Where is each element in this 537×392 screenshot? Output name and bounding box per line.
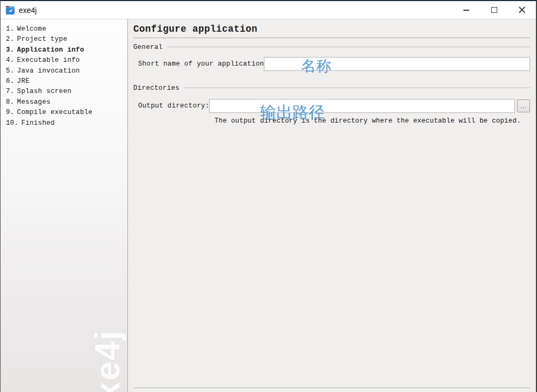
step-label: Compile executable [17,109,92,116]
maximize-button[interactable] [480,1,508,19]
sidebar-item-jre[interactable]: 6.JRE [6,76,127,87]
window-controls: × [452,1,536,19]
step-label: Welcome [17,25,47,33]
sidebar-item-finished[interactable]: 10.Finished [6,118,127,129]
step-label: Executable info [17,56,80,64]
short-name-input[interactable] [264,57,530,71]
minimize-button[interactable] [452,1,480,19]
sidebar-item-welcome[interactable]: 1.Welcome [6,24,127,34]
short-name-row: Short name of your application: [138,57,530,71]
sidebar-item-messages[interactable]: 8.Messages [6,97,127,108]
wizard-steps-sidebar: 1.Welcome 2.Project type 3.Application i… [1,19,128,392]
ellipsis-icon: ... [520,103,527,109]
exe4j-watermark: exe4j [88,330,127,392]
section-general-rule [167,47,530,48]
output-directory-help: The output directory is the directory wh… [214,117,530,125]
sidebar-item-splash-screen[interactable]: 7.Splash screen [6,87,127,97]
step-label: Application info [17,46,84,54]
close-button[interactable]: × [508,1,536,19]
step-label: Java invocation [17,67,80,75]
output-directory-input[interactable] [209,99,515,113]
bottom-strip [133,389,530,392]
title-bar: exe4j × [1,1,536,19]
step-label: Project type [17,35,68,43]
bottom-separator [133,388,530,389]
title-rule [133,38,530,39]
minimize-icon [463,10,469,11]
section-directories-title: Directories [133,84,180,92]
short-name-label: Short name of your application: [138,60,264,68]
sidebar-item-compile-executable[interactable]: 9.Compile executable [6,108,127,118]
section-general-title: General [133,44,163,51]
sidebar-item-project-type[interactable]: 2.Project type [6,34,127,45]
section-directories-header: Directories [133,84,530,92]
sidebar-item-java-invocation[interactable]: 5.Java invocation [6,66,127,76]
window-title: exe4j [19,6,37,15]
step-label: Splash screen [17,88,71,95]
sidebar-item-application-info[interactable]: 3.Application info [6,45,127,55]
main-panel: Configure application General Short name… [128,19,536,392]
step-label: Finished [21,119,54,127]
browse-button[interactable]: ... [517,99,530,112]
section-directories-rule [183,88,530,89]
output-directory-label: Output directory: [138,102,209,110]
close-icon: × [517,4,527,16]
page-title: Configure application [133,24,530,34]
exe4j-window: exe4j × 1.Welcome 2.Project type 3.Appli… [0,0,537,392]
sidebar-item-executable-info[interactable]: 4.Executable info [6,55,127,66]
maximize-icon [491,7,497,13]
app-icon [6,6,15,15]
step-label: JRE [17,77,30,85]
section-general-header: General [133,44,530,51]
step-label: Messages [17,98,51,106]
output-directory-row: Output directory: ... [138,99,530,113]
